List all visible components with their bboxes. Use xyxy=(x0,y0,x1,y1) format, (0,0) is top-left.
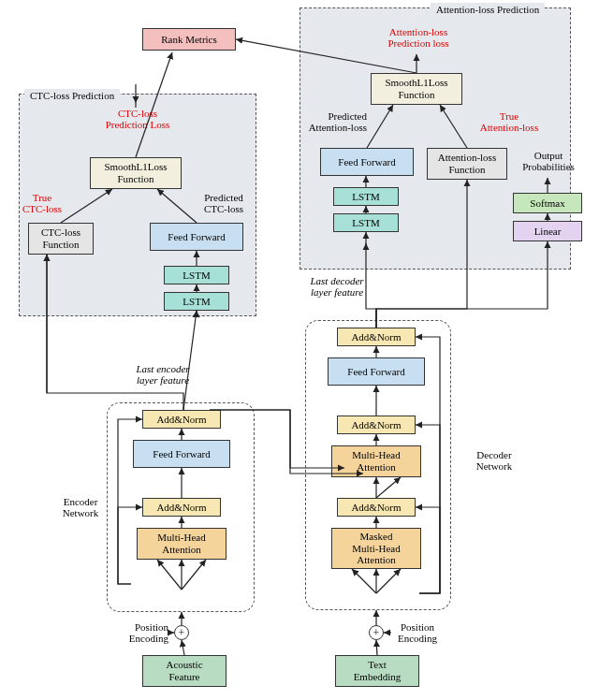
attention-loss-prediction-loss-label: Attention-loss Prediction loss xyxy=(367,26,470,49)
plus-icon: + xyxy=(174,625,189,640)
linear-box: Linear xyxy=(513,221,582,241)
ctc-loss-prediction-loss-label: CTC-loss Prediction Loss xyxy=(81,108,194,130)
encoder-network-label: Encoder Network xyxy=(54,496,107,518)
lstm-ctc-upper-box: LSTM xyxy=(164,266,229,284)
predicted-ctc-loss-label: Predicted CTC-loss xyxy=(196,192,252,214)
true-attention-loss-label: True Attention-loss xyxy=(472,110,547,133)
encoder-position-encoding-label: Position Encoding xyxy=(116,621,168,644)
decoder-position-encoding-label: Position Encoding xyxy=(391,621,444,644)
softmax-box: Softmax xyxy=(513,193,582,213)
rank-metrics-box: Rank Metrics xyxy=(142,28,236,51)
decoder-mha-box: Multi-Head Attention xyxy=(331,445,421,477)
ctc-loss-function-box: CTC-loss Function xyxy=(28,223,94,255)
acoustic-feature-box: Acoustic Feature xyxy=(142,655,226,687)
lstm-att-upper-box: LSTM xyxy=(333,187,399,206)
output-probabilities-label: Output Probabilities xyxy=(511,150,586,172)
last-encoder-feature-label: Last encoder layer feature xyxy=(125,363,200,386)
attention-loss-function-box: Attention-loss Function xyxy=(427,148,507,180)
plus-icon: + xyxy=(369,625,384,640)
decoder-network-label: Decoder Network xyxy=(468,449,520,472)
encoder-addnorm-2-box: Add&Norm xyxy=(142,410,221,429)
encoder-addnorm-1-box: Add&Norm xyxy=(142,498,221,517)
true-ctc-loss-label: True CTC-loss xyxy=(15,192,69,214)
ctc-group-title: CTC-loss Prediction xyxy=(24,89,120,102)
feed-forward-att-head-box: Feed Forward xyxy=(320,148,414,176)
decoder-addnorm-1-box: Add&Norm xyxy=(337,498,416,517)
lstm-ctc-lower-box: LSTM xyxy=(164,292,229,311)
decoder-feed-forward-box: Feed Forward xyxy=(328,357,425,386)
decoder-addnorm-3-box: Add&Norm xyxy=(337,328,416,346)
encoder-feed-forward-box: Feed Forward xyxy=(133,440,230,468)
text-embedding-box: Text Embedding xyxy=(335,655,419,687)
att-group-title: Attention-loss Prediction xyxy=(431,3,545,16)
smooth-l1-left-box: SmoothL1Loss Function xyxy=(90,157,182,189)
feed-forward-ctc-head-box: Feed Forward xyxy=(150,223,243,251)
last-decoder-feature-label: Last decoder layer feature xyxy=(300,275,374,298)
lstm-att-lower-box: LSTM xyxy=(333,213,399,232)
encoder-mha-box: Multi-Head Attention xyxy=(137,528,226,560)
predicted-attention-loss-label: Predicted Attention-loss xyxy=(292,110,367,133)
decoder-addnorm-2-box: Add&Norm xyxy=(337,416,416,434)
smooth-l1-right-box: SmoothL1Loss Function xyxy=(371,73,462,105)
decoder-masked-mha-box: Masked Multi-Head Attention xyxy=(331,528,421,569)
